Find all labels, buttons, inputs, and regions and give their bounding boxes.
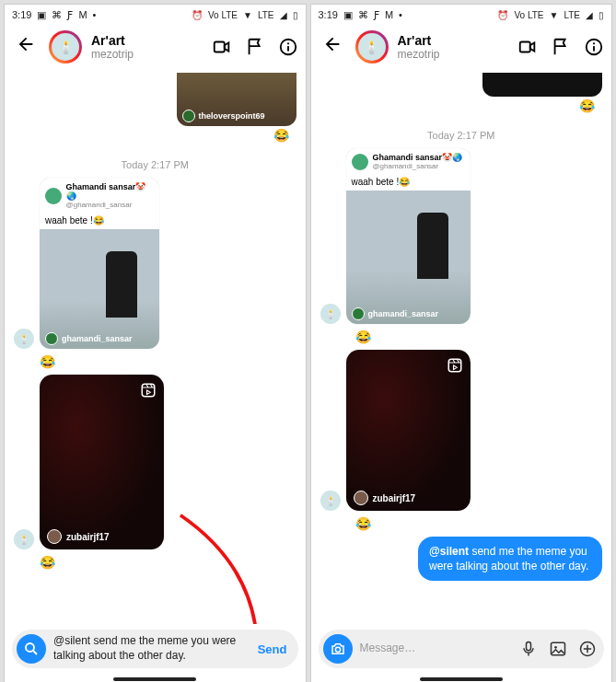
back-button[interactable] (319, 30, 346, 64)
sender-avatar[interactable]: 🕯️ (14, 529, 34, 549)
phone-screen-sent: 3:19 ▣ ⌘ Ƒ M • ⏰ Vo LTE ▼ LTE ◢ ▯ 🕯️ (310, 4, 613, 682)
message-input[interactable]: Message… (360, 642, 513, 656)
svg-rect-0 (214, 42, 224, 52)
home-indicator[interactable] (420, 677, 503, 681)
svg-rect-9 (593, 46, 595, 52)
home-indicator[interactable] (113, 677, 196, 681)
chat-body: theloverspoint69 😂 Today 2:17 PM 🕯️ Gham… (5, 69, 306, 624)
status-wifi-icon: ▼ (243, 10, 252, 20)
status-time: 3:19 (319, 9, 338, 20)
status-bar: 3:19 ▣ ⌘ Ƒ M • ⏰ Vo LTE ▼ LTE ◢ ▯ (311, 5, 612, 25)
post-image: ghamandi_sansar (40, 229, 159, 349)
svg-point-14 (554, 646, 557, 649)
arrow-left-icon (322, 34, 343, 54)
reel-author-avatar (354, 491, 368, 505)
camera-button[interactable] (323, 634, 353, 664)
post-author-name: Ghamandi sansar🤡🌏 (66, 182, 154, 201)
chat-header: 🕯️ Ar'art mezotrip (5, 25, 306, 69)
svg-rect-4 (142, 384, 155, 397)
status-app-icon-2: ⌘ (52, 9, 62, 21)
sent-message-bubble[interactable]: @silent send me the meme you were talkin… (418, 537, 602, 581)
post-overlay-username: ghamandi_sansar (368, 309, 439, 318)
shared-post-card[interactable]: Ghamandi sansar🤡🌏 @ghamandi_sansar waah … (346, 148, 471, 324)
chat-title-block[interactable]: Ar'art mezotrip (398, 33, 509, 61)
reaction-emoji[interactable]: 😂 (355, 516, 603, 531)
partial-post-avatar (182, 110, 195, 122)
chat-title-block[interactable]: Ar'art mezotrip (91, 33, 203, 61)
video-call-icon[interactable] (517, 37, 538, 57)
back-button[interactable] (12, 30, 40, 64)
status-alarm-icon: ⏰ (497, 10, 508, 20)
chat-name: Ar'art (398, 33, 509, 48)
timestamp-label: Today 2:17 PM (320, 130, 603, 141)
partial-shared-post[interactable]: theloverspoint69 (177, 73, 296, 126)
message-input-bar: Message… (319, 630, 605, 668)
sender-avatar[interactable]: 🕯️ (14, 329, 34, 349)
status-app-icon-4: M (385, 9, 393, 20)
shared-reel-card[interactable]: zubairjf17 (40, 375, 164, 549)
post-caption: waah bete !😂 (346, 175, 471, 191)
reaction-emoji[interactable]: 😂 (355, 329, 603, 344)
reel-author-username: zubairjf17 (373, 493, 416, 503)
post-overlay-username: ghamandi_sansar (62, 334, 133, 343)
reaction-emoji[interactable]: 😂 (40, 354, 296, 369)
message-input-bar: @silent send me the meme you were talkin… (12, 630, 298, 668)
info-icon[interactable] (584, 37, 604, 57)
post-author-handle: @ghamandi_sansar (373, 162, 463, 170)
flag-icon[interactable] (245, 37, 265, 57)
post-author-avatar (45, 188, 62, 204)
chat-body: 😂 Today 2:17 PM 🕯️ Ghamandi sansar🤡🌏 @gh… (311, 69, 612, 624)
chat-avatar[interactable]: 🕯️ (355, 30, 389, 64)
plus-icon[interactable] (578, 640, 597, 658)
chat-subtitle: mezotrip (398, 48, 509, 61)
partial-shared-post[interactable] (482, 73, 602, 97)
info-icon[interactable] (278, 37, 298, 57)
reaction-emoji[interactable]: 😂 (273, 128, 289, 143)
post-overlay-avatar (352, 307, 365, 320)
post-caption: waah bete !😂 (40, 214, 159, 229)
post-image: ghamandi_sansar (346, 191, 471, 324)
reaction-emoji[interactable]: 😂 (579, 98, 595, 113)
flag-icon[interactable] (551, 37, 571, 57)
svg-point-11 (335, 647, 340, 652)
status-bar: 3:19 ▣ ⌘ Ƒ M • ⏰ Vo LTE ▼ LTE ◢ ▯ (5, 5, 306, 25)
mention: @silent (429, 545, 469, 558)
svg-rect-3 (287, 46, 289, 52)
chat-name: Ar'art (91, 33, 203, 48)
send-button[interactable]: Send (254, 639, 291, 660)
status-app-icon-3: Ƒ (67, 9, 73, 21)
avatar-candle-icon: 🕯️ (358, 33, 386, 61)
chat-avatar[interactable]: 🕯️ (49, 30, 82, 64)
message-input[interactable]: @silent send me the meme you were talkin… (53, 634, 247, 663)
reel-author-avatar (47, 529, 62, 544)
post-author-avatar (352, 154, 368, 170)
mic-icon[interactable] (519, 640, 538, 658)
video-call-icon[interactable] (212, 37, 232, 57)
partial-post-username: theloverspoint69 (199, 111, 265, 121)
chat-header: 🕯️ Ar'art mezotrip (311, 25, 612, 69)
post-author-name: Ghamandi sansar🤡🌏 (373, 153, 463, 162)
avatar-candle-icon: 🕯️ (52, 33, 79, 61)
shared-reel-card[interactable]: zubairjf17 (346, 350, 471, 511)
svg-point-5 (26, 643, 34, 652)
status-wifi-icon: ▼ (549, 10, 558, 20)
search-button[interactable] (17, 634, 46, 664)
status-lte: LTE (258, 10, 274, 20)
reaction-emoji[interactable]: 😂 (40, 555, 296, 570)
arrow-left-icon (16, 34, 36, 54)
shared-post-card[interactable]: Ghamandi sansar🤡🌏 @ghamandi_sansar waah … (40, 178, 159, 349)
reel-author-username: zubairjf17 (66, 532, 110, 542)
gallery-icon[interactable] (549, 640, 567, 658)
search-icon (23, 641, 40, 657)
camera-icon (330, 641, 346, 657)
svg-point-8 (593, 42, 595, 44)
sender-avatar[interactable]: 🕯️ (320, 491, 341, 511)
status-dot: • (399, 9, 402, 20)
reels-icon (140, 382, 157, 399)
status-app-icon-2: ⌘ (358, 9, 368, 21)
status-app-icon-1: ▣ (37, 9, 46, 21)
sender-avatar[interactable]: 🕯️ (320, 304, 341, 324)
status-app-icon-1: ▣ (343, 9, 353, 21)
status-signal-icon: ◢ (586, 10, 593, 20)
phone-screen-composing: 3:19 ▣ ⌘ Ƒ M • ⏰ Vo LTE ▼ LTE ◢ ▯ 🕯️ (4, 4, 307, 682)
